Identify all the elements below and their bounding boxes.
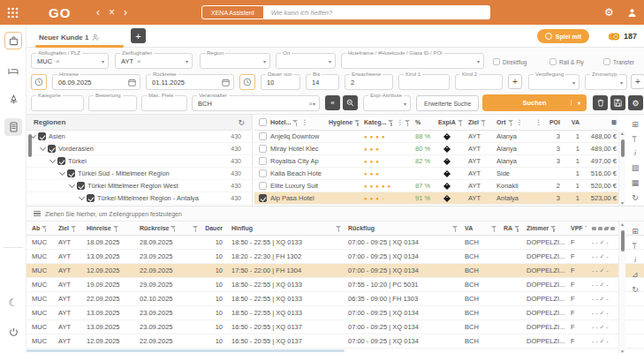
region-tree-item[interactable]: Türkei 430	[27, 155, 252, 168]
offer-row[interactable]: MUC AYT 18.09.2025 28.09.2025 10 18:50 -…	[27, 236, 644, 250]
add-child-button[interactable]: +	[508, 74, 522, 89]
hotel-row[interactable]: Elite Luxury Suit ●●●●● 87 % AYT Konakli…	[254, 180, 618, 192]
row-group-dropzone[interactable]: Ziehen Sie hierher, um Zeilengruppen fes…	[27, 207, 644, 222]
col-amenities[interactable]	[587, 227, 618, 230]
region-checkbox[interactable]	[67, 169, 75, 177]
col-ra[interactable]: RA	[498, 225, 521, 232]
play-along-button[interactable]: Spiel mit	[537, 29, 589, 43]
chevron-down-icon[interactable]	[59, 169, 65, 176]
scroll-up-icon[interactable]: ▲	[620, 222, 625, 227]
refresh-icon[interactable]: ↻	[632, 193, 639, 202]
col-ort[interactable]: Ort⋮	[496, 119, 535, 126]
xena-assistant-button[interactable]: XENA Assistent	[201, 5, 264, 19]
verpflegung-field[interactable]: Verpflegung ▾	[528, 74, 580, 90]
table-view-icon[interactable]: ⊞	[632, 227, 639, 236]
col-va[interactable]: VA	[459, 225, 498, 232]
hotel-row-checkbox[interactable]	[259, 194, 267, 202]
chevron-down-icon[interactable]	[69, 182, 75, 188]
kategorie-field[interactable]: Kategorie	[31, 95, 84, 111]
hotel-row-checkbox[interactable]	[259, 132, 267, 140]
chevron-down-icon[interactable]: ▾	[263, 58, 269, 64]
col-ziel[interactable]: Ziel	[468, 119, 496, 126]
hotel-scrollbar[interactable]: ▲ ▼	[618, 131, 625, 206]
filter-icon[interactable]	[42, 225, 49, 232]
rail-package-travel-button[interactable]	[4, 32, 22, 49]
offer-row[interactable]: MUC AYT 12.09.2025 22.09.2025 10 17:50 -…	[27, 264, 644, 278]
col-pct[interactable]: %	[415, 119, 438, 125]
erweiterte-suche-button[interactable]: Erweiterte Suche	[416, 95, 479, 111]
new-tab-button[interactable]: +	[131, 28, 146, 43]
image-icon[interactable]: ▨	[632, 163, 640, 172]
region-checkbox[interactable]	[38, 132, 46, 140]
hotel-row[interactable]: Anjeliq Downtow ●●●● 88 % AYT Alanya 3 1…	[254, 131, 618, 143]
filter-icon[interactable]	[491, 225, 498, 232]
chevron-down-icon[interactable]: ▾	[571, 100, 587, 106]
chevron-down-icon[interactable]	[79, 194, 85, 200]
region-checkbox[interactable]	[57, 157, 65, 165]
col-dauer[interactable]: Dauer	[200, 225, 226, 231]
settings-button[interactable]: ⚙	[604, 0, 614, 25]
col-rueckreise[interactable]: Rückreise	[134, 225, 187, 232]
chevron-down-icon[interactable]: ▾	[477, 58, 483, 64]
region-tree-item[interactable]: Vorderasien 430	[27, 143, 252, 155]
direktflug-checkbox[interactable]: Direktflug	[493, 58, 527, 65]
kebab-icon[interactable]: ⋮	[535, 119, 542, 126]
delete-search-button[interactable]	[593, 95, 608, 110]
col-vpf[interactable]: VPF	[565, 225, 587, 232]
horizontal-scrollbar[interactable]	[27, 349, 345, 352]
col-hotel[interactable]: Hotel...⋮	[270, 119, 329, 126]
nav-back-icon[interactable]: ‹	[96, 6, 100, 19]
veranstalter-field[interactable]: Veranstalter BCH × ▾	[192, 95, 320, 111]
dauer-von-field[interactable]: Dauer von 10	[261, 74, 300, 90]
filter-icon[interactable]	[292, 119, 299, 126]
ort-field[interactable]: Ort ▾	[276, 53, 336, 69]
region-tree-item[interactable]: Türkei Süd - Mittelmeer Region 430	[27, 168, 252, 180]
hotel-row-checkbox[interactable]	[259, 169, 267, 177]
table-view-icon[interactable]: ⊞	[632, 120, 639, 129]
collapse-operators-button[interactable]: «	[325, 95, 340, 110]
col-extra-filter[interactable]	[187, 225, 200, 232]
hotel-row[interactable]: Royalisa City Ap ●●● 82 % AYT Alanya 3 1…	[254, 155, 618, 168]
col-hygiene[interactable]: Hygiene⋮	[329, 119, 364, 126]
filter-icon[interactable]	[336, 225, 343, 232]
filter-icon[interactable]	[452, 225, 459, 232]
info-icon[interactable]: i	[634, 148, 637, 157]
chevron-down-icon[interactable]: ▾	[313, 101, 319, 107]
save-search-button[interactable]	[610, 95, 625, 110]
offer-row[interactable]: MUC AYT 12.09.2025 22.09.2025 10 16:50 -…	[27, 334, 644, 349]
erwachsene-field[interactable]: Erwachsene 2	[345, 74, 393, 90]
clear-icon[interactable]: ×	[137, 57, 141, 65]
col-extra-filter[interactable]	[405, 119, 415, 126]
kebab-icon[interactable]: ⋮	[517, 119, 523, 126]
filter-icon[interactable]	[550, 225, 557, 232]
col-expia[interactable]: ExpiA⋮	[438, 119, 468, 126]
rail-flight-button[interactable]	[4, 90, 22, 108]
kebab-icon[interactable]: ⋮	[301, 119, 307, 126]
offer-row[interactable]: MUC AYT 19.09.2025 29.09.2025 10 18:50 -…	[27, 278, 644, 292]
info-icon[interactable]: i	[634, 255, 637, 264]
region-checkbox[interactable]	[87, 194, 95, 202]
zimmertyp-field[interactable]: Zimmertyp ▾	[585, 74, 627, 90]
hotel-row-checkbox[interactable]	[259, 182, 267, 190]
logout-button[interactable]	[4, 323, 22, 341]
col-kategorie[interactable]: Kateg...⋮	[364, 119, 405, 126]
scroll-down-icon[interactable]: ▼	[620, 349, 625, 353]
filter-icon[interactable]	[481, 119, 488, 126]
col-hinflug[interactable]: Hinflug	[226, 225, 343, 232]
clear-icon[interactable]: ×	[56, 57, 60, 65]
departure-airport-field[interactable]: Abflughafen / PLZ MUC × ▾	[31, 53, 109, 69]
filter-icon[interactable]	[514, 225, 521, 232]
rueckreise-field[interactable]: Rückreise 01.11.2025	[146, 74, 234, 90]
transfer-checkbox[interactable]: Transfer	[603, 58, 634, 65]
region-checkbox[interactable]	[77, 182, 85, 190]
suchen-button[interactable]: Suchen ▾	[482, 94, 587, 111]
col-rueckflug[interactable]: Rückflug	[343, 225, 459, 232]
col-price[interactable]: ⊞	[581, 119, 618, 126]
credits-badge[interactable]: 187	[608, 29, 637, 43]
filter-icon[interactable]	[354, 119, 361, 126]
bis-field[interactable]: Bis 14	[306, 74, 339, 90]
offer-row[interactable]: MUC AYT 22.09.2025 02.10.2025 10 18:50 -…	[27, 292, 644, 306]
chevron-down-icon[interactable]: ▾	[186, 58, 192, 64]
chevron-down-icon[interactable]: ▾	[620, 79, 626, 86]
col-kebab[interactable]: ⋮	[535, 119, 542, 126]
